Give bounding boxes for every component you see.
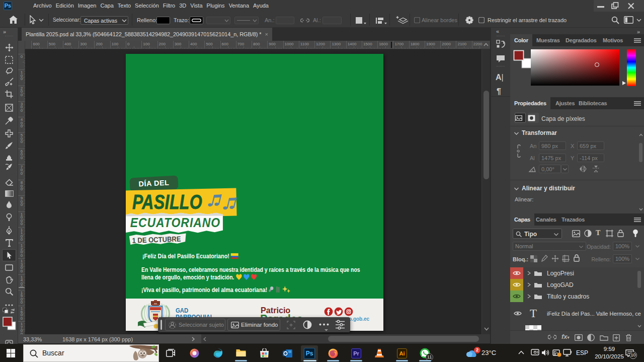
svg-text:1 DE OCTUBRE: 1 DE OCTUBRE <box>132 235 181 245</box>
svg-text:ECUATORIANO: ECUATORIANO <box>130 215 220 230</box>
